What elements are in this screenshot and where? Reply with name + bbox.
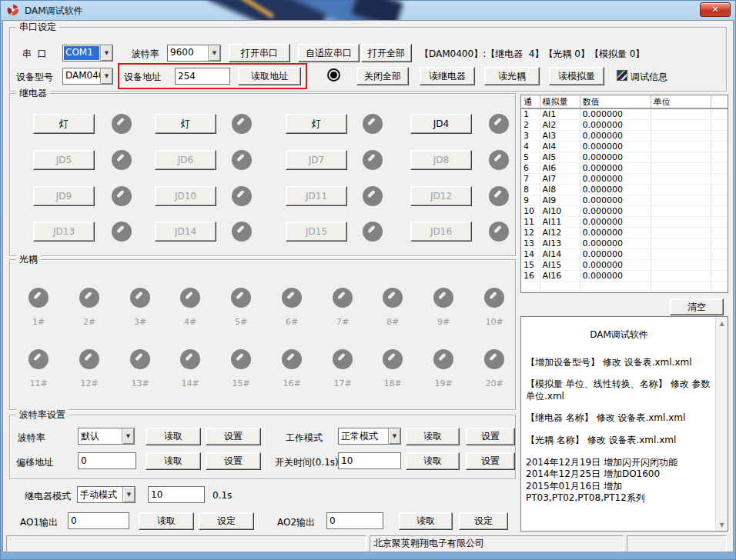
ao1-read-button[interactable]: 读取 — [139, 512, 194, 530]
analog-row[interactable]: 4AI40.000000 — [521, 142, 728, 152]
analog-row[interactable]: 10AI100.000000 — [521, 206, 728, 217]
offset-addr-input[interactable] — [78, 452, 136, 469]
serial-port-select[interactable]: COM1 ▼ — [62, 45, 113, 62]
analog-row[interactable]: 14AI140.000000 — [521, 249, 728, 260]
col-unit[interactable]: 单位 — [651, 95, 711, 108]
chevron-down-icon[interactable]: ▼ — [388, 428, 400, 444]
device-model-select[interactable]: DAM0400 ▼ — [62, 68, 113, 85]
relay-button-7[interactable]: JD7 — [286, 150, 347, 170]
work-mode-read-button[interactable]: 读取 — [406, 428, 460, 445]
relay-button-11[interactable]: JD11 — [286, 186, 347, 206]
info-scrollbar[interactable]: ▲ ▼ — [715, 317, 728, 531]
work-mode-value: 正常模式 — [339, 428, 388, 444]
relay-button-9[interactable]: JD9 — [33, 186, 95, 206]
read-opto-button[interactable]: 读光耦 — [484, 67, 540, 85]
info-line: 【继电器 名称】 修改 设备表.xml.xml — [526, 412, 712, 425]
relay-led-16 — [489, 222, 509, 242]
status-pane-company: 北京聚英翱翔电子有限公司 — [370, 535, 624, 552]
relay-group: 继电器 灯 灯 灯 JD4 JD5 JD6 JD7 JD8 JD9 JD10 J… — [9, 93, 516, 256]
chevron-down-icon[interactable]: ▼ — [122, 428, 134, 444]
work-mode-set-button[interactable]: 设置 — [466, 428, 515, 445]
analog-row[interactable]: 13AI130.000000 — [521, 238, 728, 249]
debug-info-icon[interactable] — [617, 70, 627, 81]
analog-row[interactable]: 15AI150.000000 — [521, 260, 728, 271]
device-addr-input[interactable] — [175, 68, 230, 85]
relay-mode-select[interactable]: 手动模式 ▼ — [77, 486, 135, 503]
relay-group-title: 继电器 — [16, 88, 50, 98]
relay-button-12[interactable]: JD12 — [410, 186, 472, 206]
analog-row[interactable]: 11AI110.000000 — [521, 217, 728, 228]
analog-row[interactable]: 9AI90.000000 — [521, 195, 728, 206]
switch-time-read-button[interactable]: 读取 — [406, 452, 460, 470]
relay-button-4[interactable]: JD4 — [410, 114, 472, 134]
offset-set-button[interactable]: 设置 — [206, 452, 261, 470]
status-pane-right — [627, 535, 727, 552]
clear-button[interactable]: 清空 — [670, 298, 724, 315]
relay-mode-time-input[interactable] — [148, 486, 205, 503]
offset-read-button[interactable]: 读取 — [146, 452, 201, 470]
open-all-button[interactable]: 打开全部 — [361, 44, 412, 62]
ao2-input[interactable] — [326, 512, 383, 529]
relay-button-13[interactable]: JD13 — [33, 222, 95, 242]
device-model-label: 设备型号 — [16, 71, 53, 84]
close-button[interactable]: ✕ — [700, 2, 731, 17]
relay-button-8[interactable]: JD8 — [410, 150, 472, 170]
switch-time-set-button[interactable]: 设置 — [466, 452, 515, 470]
relay-button-16[interactable]: JD16 — [410, 222, 472, 242]
scroll-down-icon[interactable]: ▼ — [716, 518, 728, 531]
relay-button-14[interactable]: JD14 — [155, 222, 216, 242]
ao1-set-button[interactable]: 设定 — [199, 512, 254, 530]
debug-info-label[interactable]: 调试信息 — [631, 71, 667, 84]
baud-select[interactable]: 9600 ▼ — [167, 45, 221, 62]
serial-port-label: 串 口 — [22, 48, 47, 61]
open-serial-button[interactable]: 打开串口 — [229, 44, 290, 62]
switch-time-input[interactable] — [338, 452, 401, 469]
relay-led-14 — [232, 222, 252, 242]
chevron-down-icon[interactable]: ▼ — [122, 487, 135, 502]
chevron-down-icon[interactable]: ▼ — [208, 45, 220, 61]
baudrate-select[interactable]: 默认 ▼ — [78, 428, 135, 445]
ao1-input[interactable] — [68, 512, 129, 529]
analog-row[interactable]: 16AI160.000000 — [521, 271, 728, 282]
adaptive-serial-button[interactable]: 自适应串口 — [298, 44, 360, 62]
titlebar-background-photo — [179, 0, 394, 20]
analog-row[interactable]: 5AI50.000000 — [521, 152, 728, 163]
opto-led — [180, 288, 200, 308]
baudrate-set-button[interactable]: 设置 — [206, 428, 261, 445]
opto-channel-13: 13# — [127, 349, 153, 388]
analog-row[interactable]: 7AI70.000000 — [521, 174, 728, 185]
read-addr-button[interactable]: 读取地址 — [238, 67, 301, 85]
ao2-read-button[interactable]: 读取 — [399, 512, 453, 530]
col-name[interactable]: 模拟量 — [540, 95, 580, 108]
col-value[interactable]: 数值 — [580, 95, 651, 108]
relay-button-10[interactable]: JD10 — [155, 186, 216, 206]
chevron-down-icon[interactable]: ▼ — [100, 68, 112, 84]
read-analog-button[interactable]: 读模拟量 — [549, 67, 604, 85]
opto-led — [333, 288, 353, 308]
relay-button-5[interactable]: JD5 — [33, 150, 95, 170]
read-relay-button[interactable]: 读继电器 — [420, 67, 475, 85]
relay-button-15[interactable]: JD15 — [286, 222, 347, 242]
baudrate-read-button[interactable]: 读取 — [146, 428, 201, 445]
status-pane-left — [6, 535, 366, 552]
relay-button-3[interactable]: 灯 — [286, 114, 347, 134]
work-mode-select[interactable]: 正常模式 ▼ — [338, 428, 401, 445]
titlebar[interactable]: DAM调试软件 ✕ — [0, 0, 736, 20]
ao2-set-button[interactable]: 设定 — [459, 512, 508, 530]
relay-button-2[interactable]: 灯 — [155, 114, 216, 134]
analog-row[interactable]: 1AI10.000000 — [521, 108, 728, 120]
relay-led-7 — [363, 150, 383, 170]
col-channel[interactable]: 通 — [521, 95, 540, 108]
scroll-up-icon[interactable]: ▲ — [716, 317, 728, 329]
analog-row[interactable]: 2AI20.000000 — [521, 120, 728, 131]
analog-table: 通 模拟量 数值 单位 1AI10.000000 2AI20.000000 3A… — [520, 95, 728, 293]
close-all-button[interactable]: 关闭全部 — [356, 67, 409, 85]
relay-button-6[interactable]: JD6 — [155, 150, 216, 170]
chevron-down-icon[interactable]: ▼ — [100, 45, 112, 61]
analog-row[interactable]: 8AI80.000000 — [521, 185, 728, 195]
relay-button-1[interactable]: 灯 — [33, 114, 95, 134]
analog-row[interactable]: 12AI120.000000 — [521, 228, 728, 238]
opto-led — [130, 349, 150, 369]
analog-row[interactable]: 3AI30.000000 — [521, 131, 728, 142]
analog-row[interactable]: 6AI60.000000 — [521, 163, 728, 174]
